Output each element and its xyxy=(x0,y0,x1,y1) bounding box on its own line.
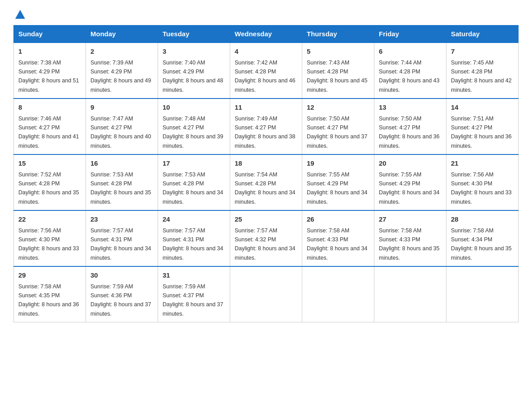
day-info: Sunrise: 7:38 AMSunset: 4:29 PMDaylight:… xyxy=(18,60,79,93)
day-number: 26 xyxy=(307,214,369,225)
day-number: 6 xyxy=(379,47,442,57)
calendar-cell: 27Sunrise: 7:58 AMSunset: 4:33 PMDayligh… xyxy=(374,210,446,266)
calendar-cell: 2Sunrise: 7:39 AMSunset: 4:29 PMDaylight… xyxy=(86,43,158,98)
day-number: 16 xyxy=(90,158,153,169)
day-info: Sunrise: 7:52 AMSunset: 4:28 PMDaylight:… xyxy=(18,171,79,205)
day-number: 21 xyxy=(451,158,514,169)
day-info: Sunrise: 7:55 AMSunset: 4:29 PMDaylight:… xyxy=(379,171,440,205)
weekday-header-sunday: Sunday xyxy=(14,26,86,43)
day-number: 27 xyxy=(379,214,442,225)
calendar-cell: 23Sunrise: 7:57 AMSunset: 4:31 PMDayligh… xyxy=(86,210,158,266)
calendar-cell: 1Sunrise: 7:38 AMSunset: 4:29 PMDaylight… xyxy=(14,43,86,98)
day-info: Sunrise: 7:51 AMSunset: 4:27 PMDaylight:… xyxy=(451,116,512,149)
day-info: Sunrise: 7:54 AMSunset: 4:28 PMDaylight:… xyxy=(235,171,296,205)
calendar-cell: 12Sunrise: 7:50 AMSunset: 4:27 PMDayligh… xyxy=(302,98,374,154)
day-info: Sunrise: 7:57 AMSunset: 4:31 PMDaylight:… xyxy=(90,227,151,261)
calendar-week-row: 15Sunrise: 7:52 AMSunset: 4:28 PMDayligh… xyxy=(14,154,519,210)
calendar-cell xyxy=(302,266,374,322)
day-info: Sunrise: 7:56 AMSunset: 4:30 PMDaylight:… xyxy=(451,171,512,205)
day-number: 15 xyxy=(18,158,81,169)
day-number: 25 xyxy=(235,214,297,225)
day-info: Sunrise: 7:43 AMSunset: 4:28 PMDaylight:… xyxy=(307,60,368,93)
logo-blue-text xyxy=(13,9,25,21)
day-number: 12 xyxy=(307,103,369,113)
calendar-cell: 3Sunrise: 7:40 AMSunset: 4:29 PMDaylight… xyxy=(158,43,230,98)
day-number: 19 xyxy=(307,158,369,169)
calendar-cell xyxy=(446,266,519,322)
day-number: 9 xyxy=(90,103,153,113)
day-info: Sunrise: 7:53 AMSunset: 4:28 PMDaylight:… xyxy=(90,171,151,205)
day-info: Sunrise: 7:42 AMSunset: 4:28 PMDaylight:… xyxy=(235,60,296,93)
day-info: Sunrise: 7:57 AMSunset: 4:31 PMDaylight:… xyxy=(163,227,223,261)
day-number: 18 xyxy=(235,158,297,169)
weekday-header-monday: Monday xyxy=(86,26,158,43)
day-info: Sunrise: 7:55 AMSunset: 4:29 PMDaylight:… xyxy=(307,171,368,205)
calendar-cell: 26Sunrise: 7:58 AMSunset: 4:33 PMDayligh… xyxy=(302,210,374,266)
day-info: Sunrise: 7:45 AMSunset: 4:28 PMDaylight:… xyxy=(451,60,512,93)
day-info: Sunrise: 7:47 AMSunset: 4:27 PMDaylight:… xyxy=(90,116,151,149)
day-info: Sunrise: 7:58 AMSunset: 4:35 PMDaylight:… xyxy=(18,283,79,317)
day-number: 29 xyxy=(18,270,81,281)
day-number: 7 xyxy=(451,47,514,57)
day-info: Sunrise: 7:49 AMSunset: 4:27 PMDaylight:… xyxy=(235,116,296,149)
calendar-cell: 8Sunrise: 7:46 AMSunset: 4:27 PMDaylight… xyxy=(14,98,86,154)
day-number: 10 xyxy=(163,103,225,113)
weekday-header-saturday: Saturday xyxy=(446,26,519,43)
day-number: 3 xyxy=(163,47,225,57)
day-info: Sunrise: 7:58 AMSunset: 4:33 PMDaylight:… xyxy=(379,227,440,261)
calendar-cell: 20Sunrise: 7:55 AMSunset: 4:29 PMDayligh… xyxy=(374,154,446,210)
calendar-cell: 25Sunrise: 7:57 AMSunset: 4:32 PMDayligh… xyxy=(230,210,302,266)
day-number: 17 xyxy=(163,158,225,169)
day-number: 11 xyxy=(235,103,297,113)
logo xyxy=(13,9,25,21)
day-number: 30 xyxy=(90,270,153,281)
calendar-cell: 4Sunrise: 7:42 AMSunset: 4:28 PMDaylight… xyxy=(230,43,302,98)
day-info: Sunrise: 7:57 AMSunset: 4:32 PMDaylight:… xyxy=(235,227,296,261)
calendar-cell: 13Sunrise: 7:50 AMSunset: 4:27 PMDayligh… xyxy=(374,98,446,154)
day-info: Sunrise: 7:59 AMSunset: 4:37 PMDaylight:… xyxy=(163,283,223,317)
day-number: 24 xyxy=(163,214,225,225)
weekday-header-tuesday: Tuesday xyxy=(158,26,230,43)
calendar-cell: 5Sunrise: 7:43 AMSunset: 4:28 PMDaylight… xyxy=(302,43,374,98)
calendar-cell xyxy=(230,266,302,322)
day-number: 1 xyxy=(18,47,81,57)
calendar-cell: 16Sunrise: 7:53 AMSunset: 4:28 PMDayligh… xyxy=(86,154,158,210)
calendar-cell: 18Sunrise: 7:54 AMSunset: 4:28 PMDayligh… xyxy=(230,154,302,210)
calendar-cell: 9Sunrise: 7:47 AMSunset: 4:27 PMDaylight… xyxy=(86,98,158,154)
page-header xyxy=(13,9,519,21)
day-number: 23 xyxy=(90,214,153,225)
day-number: 2 xyxy=(90,47,153,57)
calendar-cell: 21Sunrise: 7:56 AMSunset: 4:30 PMDayligh… xyxy=(446,154,519,210)
weekday-header-thursday: Thursday xyxy=(302,26,374,43)
day-info: Sunrise: 7:48 AMSunset: 4:27 PMDaylight:… xyxy=(163,116,223,149)
day-info: Sunrise: 7:56 AMSunset: 4:30 PMDaylight:… xyxy=(18,227,79,261)
calendar-cell: 24Sunrise: 7:57 AMSunset: 4:31 PMDayligh… xyxy=(158,210,230,266)
day-number: 8 xyxy=(18,103,81,113)
day-number: 20 xyxy=(379,158,442,169)
day-info: Sunrise: 7:58 AMSunset: 4:34 PMDaylight:… xyxy=(451,227,512,261)
day-number: 28 xyxy=(451,214,514,225)
calendar-cell: 11Sunrise: 7:49 AMSunset: 4:27 PMDayligh… xyxy=(230,98,302,154)
calendar-cell xyxy=(374,266,446,322)
day-info: Sunrise: 7:50 AMSunset: 4:27 PMDaylight:… xyxy=(307,116,368,149)
day-info: Sunrise: 7:58 AMSunset: 4:33 PMDaylight:… xyxy=(307,227,368,261)
day-number: 13 xyxy=(379,103,442,113)
calendar-week-row: 8Sunrise: 7:46 AMSunset: 4:27 PMDaylight… xyxy=(14,98,519,154)
day-info: Sunrise: 7:39 AMSunset: 4:29 PMDaylight:… xyxy=(90,60,151,93)
svg-marker-0 xyxy=(15,10,25,19)
day-info: Sunrise: 7:59 AMSunset: 4:36 PMDaylight:… xyxy=(90,283,151,317)
weekday-header-friday: Friday xyxy=(374,26,446,43)
calendar-week-row: 22Sunrise: 7:56 AMSunset: 4:30 PMDayligh… xyxy=(14,210,519,266)
day-number: 5 xyxy=(307,47,369,57)
calendar-cell: 10Sunrise: 7:48 AMSunset: 4:27 PMDayligh… xyxy=(158,98,230,154)
day-number: 14 xyxy=(451,103,514,113)
day-info: Sunrise: 7:50 AMSunset: 4:27 PMDaylight:… xyxy=(379,116,440,149)
calendar-cell: 6Sunrise: 7:44 AMSunset: 4:28 PMDaylight… xyxy=(374,43,446,98)
calendar-cell: 31Sunrise: 7:59 AMSunset: 4:37 PMDayligh… xyxy=(158,266,230,322)
day-info: Sunrise: 7:40 AMSunset: 4:29 PMDaylight:… xyxy=(163,60,223,93)
day-info: Sunrise: 7:46 AMSunset: 4:27 PMDaylight:… xyxy=(18,116,79,149)
calendar-cell: 14Sunrise: 7:51 AMSunset: 4:27 PMDayligh… xyxy=(446,98,519,154)
day-number: 22 xyxy=(18,214,81,225)
day-number: 31 xyxy=(163,270,225,281)
day-info: Sunrise: 7:53 AMSunset: 4:28 PMDaylight:… xyxy=(163,171,223,205)
